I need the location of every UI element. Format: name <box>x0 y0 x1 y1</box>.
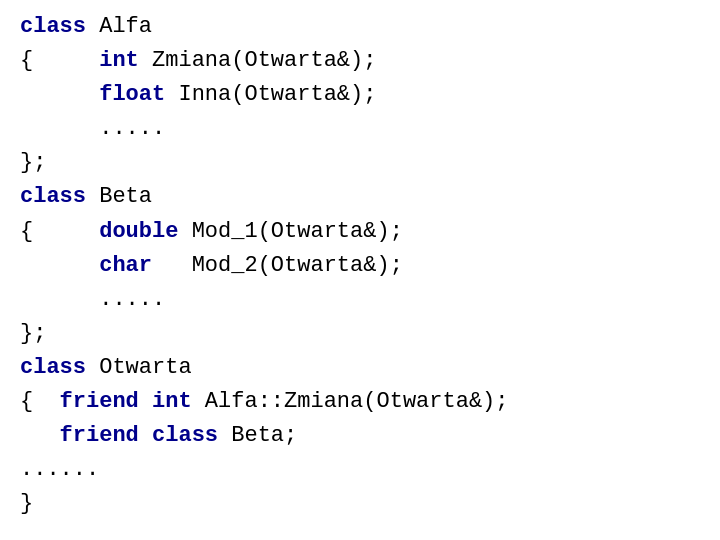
plain-token: Beta; <box>218 423 297 448</box>
plain-token: { <box>20 48 99 73</box>
code-line: { int Zmiana(Otwarta&); <box>20 44 700 78</box>
code-line: ..... <box>20 283 700 317</box>
keyword-token: class <box>20 14 86 39</box>
plain-token: { <box>20 219 99 244</box>
plain-token: }; <box>20 150 46 175</box>
plain-token: Mod_2(Otwarta&); <box>152 253 403 278</box>
code-line: }; <box>20 146 700 180</box>
code-line: { double Mod_1(Otwarta&); <box>20 215 700 249</box>
type-token: int <box>99 48 139 73</box>
type-token: char <box>99 253 152 278</box>
dots-token: ...... <box>20 457 99 482</box>
plain-token <box>139 423 152 448</box>
keyword-token: friend <box>60 389 139 414</box>
code-line: class Beta <box>20 180 700 214</box>
code-line: { friend int Alfa::Zmiana(Otwarta&); <box>20 385 700 419</box>
keyword-token: class <box>20 184 86 209</box>
code-line: ..... <box>20 112 700 146</box>
plain-token: Alfa::Zmiana(Otwarta&); <box>192 389 509 414</box>
plain-token: { <box>20 389 60 414</box>
code-line: friend class Beta; <box>20 419 700 453</box>
type-token: float <box>99 82 165 107</box>
plain-token: Mod_1(Otwarta&); <box>178 219 402 244</box>
plain-token: Alfa <box>86 14 152 39</box>
code-line: float Inna(Otwarta&); <box>20 78 700 112</box>
plain-token: Zmiana(Otwarta&); <box>139 48 377 73</box>
code-line: }; <box>20 317 700 351</box>
plain-token <box>20 82 99 107</box>
dots-token: ..... <box>20 116 165 141</box>
type-token: int <box>152 389 192 414</box>
code-line: class Otwarta <box>20 351 700 385</box>
type-token: double <box>99 219 178 244</box>
code-line: class Alfa <box>20 10 700 44</box>
keyword-token: friend <box>60 423 139 448</box>
plain-token <box>20 423 60 448</box>
plain-token <box>139 389 152 414</box>
code-line: char Mod_2(Otwarta&); <box>20 249 700 283</box>
code-line: } <box>20 487 700 521</box>
keyword-token: class <box>20 355 86 380</box>
plain-token: Inna(Otwarta&); <box>165 82 376 107</box>
plain-token: Otwarta <box>86 355 192 380</box>
plain-token: } <box>20 491 33 516</box>
plain-token <box>20 253 99 278</box>
keyword-token: class <box>152 423 218 448</box>
code-display: class Alfa{ int Zmiana(Otwarta&); float … <box>20 10 700 521</box>
plain-token: }; <box>20 321 46 346</box>
code-line: ...... <box>20 453 700 487</box>
dots-token: ..... <box>20 287 165 312</box>
plain-token: Beta <box>86 184 152 209</box>
